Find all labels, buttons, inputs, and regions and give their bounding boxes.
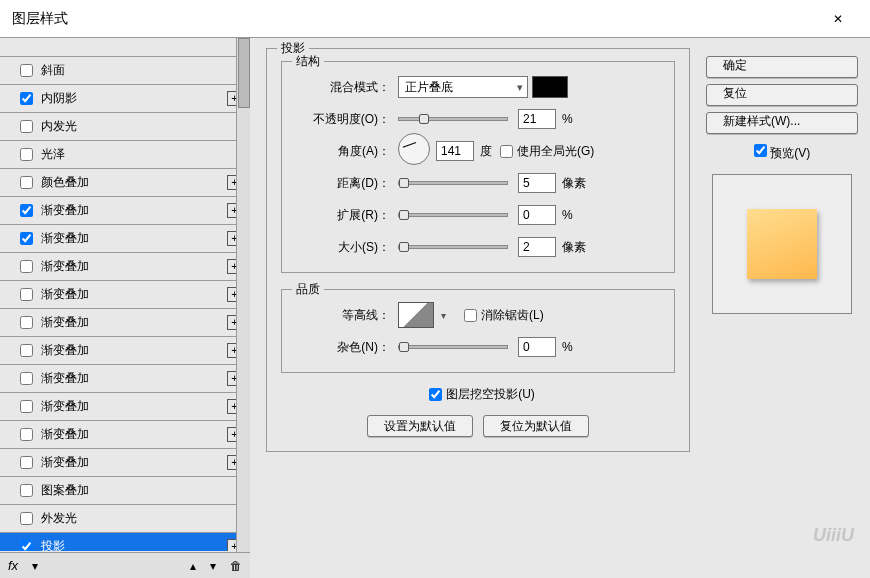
style-checkbox[interactable] bbox=[20, 484, 33, 497]
style-checkbox[interactable] bbox=[20, 176, 33, 189]
contour-picker[interactable] bbox=[398, 302, 434, 328]
preview-checkbox[interactable] bbox=[754, 144, 767, 157]
angle-dial[interactable] bbox=[398, 133, 430, 165]
spread-unit: % bbox=[562, 208, 573, 222]
style-checkbox[interactable] bbox=[20, 288, 33, 301]
size-label: 大小(S)： bbox=[296, 239, 390, 256]
style-label: 渐变叠加 bbox=[41, 426, 89, 443]
style-checkbox[interactable] bbox=[20, 344, 33, 357]
style-row[interactable]: 渐变叠加+ bbox=[0, 365, 250, 393]
knockout-label: 图层挖空投影(U) bbox=[446, 386, 535, 403]
slider-knob[interactable] bbox=[399, 342, 409, 352]
style-row[interactable]: 外发光 bbox=[0, 505, 250, 533]
style-checkbox[interactable] bbox=[20, 232, 33, 245]
fx-down-icon[interactable]: ▾ bbox=[210, 559, 216, 573]
style-checkbox[interactable] bbox=[20, 456, 33, 469]
style-checkbox[interactable] bbox=[20, 148, 33, 161]
style-row[interactable]: 渐变叠加+ bbox=[0, 197, 250, 225]
preview-label: 预览(V) bbox=[770, 146, 810, 160]
style-row[interactable]: 渐变叠加+ bbox=[0, 393, 250, 421]
style-label: 图案叠加 bbox=[41, 482, 89, 499]
quality-title: 品质 bbox=[292, 281, 324, 298]
style-checkbox[interactable] bbox=[20, 120, 33, 133]
style-row[interactable]: 内发光 bbox=[0, 113, 250, 141]
close-icon: ✕ bbox=[833, 12, 843, 26]
global-light-label: 使用全局光(G) bbox=[517, 143, 594, 160]
style-row[interactable]: 投影+ bbox=[0, 533, 250, 551]
global-light-checkbox[interactable] bbox=[500, 145, 513, 158]
distance-unit: 像素 bbox=[562, 175, 586, 192]
noise-slider[interactable] bbox=[398, 345, 508, 349]
style-row[interactable]: 渐变叠加+ bbox=[0, 421, 250, 449]
style-label: 渐变叠加 bbox=[41, 314, 89, 331]
style-row[interactable]: 图案叠加 bbox=[0, 477, 250, 505]
opacity-slider[interactable] bbox=[398, 117, 508, 121]
style-checkbox[interactable] bbox=[20, 64, 33, 77]
spread-label: 扩展(R)： bbox=[296, 207, 390, 224]
size-input[interactable]: 2 bbox=[518, 237, 556, 257]
blend-mode-field: 混合模式： 正片叠底 bbox=[296, 76, 660, 98]
style-row[interactable]: 光泽 bbox=[0, 141, 250, 169]
cancel-button[interactable]: 复位 bbox=[706, 84, 858, 106]
quality-subgroup: 品质 等高线： ▾ 消除锯齿(L) 杂色(N)： 0 % bbox=[281, 289, 675, 373]
size-slider[interactable] bbox=[398, 245, 508, 249]
style-checkbox[interactable] bbox=[20, 372, 33, 385]
shadow-color-swatch[interactable] bbox=[532, 76, 568, 98]
reset-default-button[interactable]: 复位为默认值 bbox=[483, 415, 589, 437]
distance-slider[interactable] bbox=[398, 181, 508, 185]
blend-mode-label: 混合模式： bbox=[296, 79, 390, 96]
slider-knob[interactable] bbox=[399, 178, 409, 188]
antialias-label: 消除锯齿(L) bbox=[481, 307, 544, 324]
structure-subgroup: 结构 混合模式： 正片叠底 不透明度(O)： 21 % 角度(A)： 141 bbox=[281, 61, 675, 273]
slider-knob[interactable] bbox=[419, 114, 429, 124]
ok-button[interactable]: 确定 bbox=[706, 56, 858, 78]
distance-input[interactable]: 5 bbox=[518, 173, 556, 193]
style-row[interactable]: 内阴影+ bbox=[0, 85, 250, 113]
blend-mode-select[interactable]: 正片叠底 bbox=[398, 76, 528, 98]
opacity-label: 不透明度(O)： bbox=[296, 111, 390, 128]
style-row[interactable]: 渐变叠加+ bbox=[0, 337, 250, 365]
style-checkbox[interactable] bbox=[20, 512, 33, 525]
structure-title: 结构 bbox=[292, 53, 324, 70]
style-row[interactable]: 渐变叠加+ bbox=[0, 281, 250, 309]
style-checkbox[interactable] bbox=[20, 400, 33, 413]
make-default-button[interactable]: 设置为默认值 bbox=[367, 415, 473, 437]
style-checkbox[interactable] bbox=[20, 540, 33, 551]
sidebar-scrollbar[interactable] bbox=[236, 38, 250, 552]
style-checkbox[interactable] bbox=[20, 428, 33, 441]
style-checkbox[interactable] bbox=[20, 260, 33, 273]
trash-icon[interactable]: 🗑 bbox=[230, 559, 242, 573]
slider-knob[interactable] bbox=[399, 242, 409, 252]
scrollbar-thumb[interactable] bbox=[238, 38, 250, 108]
style-row[interactable]: 渐变叠加+ bbox=[0, 449, 250, 477]
knockout-checkbox[interactable] bbox=[429, 388, 442, 401]
style-checkbox[interactable] bbox=[20, 92, 33, 105]
distance-label: 距离(D)： bbox=[296, 175, 390, 192]
slider-knob[interactable] bbox=[399, 210, 409, 220]
style-label: 内发光 bbox=[41, 118, 77, 135]
opacity-input[interactable]: 21 bbox=[518, 109, 556, 129]
watermark: UiiiU bbox=[813, 525, 854, 546]
new-style-button[interactable]: 新建样式(W)... bbox=[706, 112, 858, 134]
antialias-checkbox[interactable] bbox=[464, 309, 477, 322]
close-button[interactable]: ✕ bbox=[818, 0, 858, 38]
spread-field: 扩展(R)： 0 % bbox=[296, 204, 660, 226]
style-row[interactable]: 渐变叠加+ bbox=[0, 225, 250, 253]
style-row[interactable]: 颜色叠加+ bbox=[0, 169, 250, 197]
opacity-unit: % bbox=[562, 112, 573, 126]
style-row[interactable]: 渐变叠加+ bbox=[0, 309, 250, 337]
style-row[interactable]: 斜面 bbox=[0, 57, 250, 85]
spread-input[interactable]: 0 bbox=[518, 205, 556, 225]
window-title: 图层样式 bbox=[12, 10, 68, 28]
fx-up-icon[interactable]: ▴ bbox=[190, 559, 196, 573]
style-checkbox[interactable] bbox=[20, 316, 33, 329]
chevron-down-icon[interactable]: ▾ bbox=[438, 310, 448, 321]
fx-dropdown-icon[interactable]: ▾ bbox=[32, 559, 38, 573]
angle-input[interactable]: 141 bbox=[436, 141, 474, 161]
size-field: 大小(S)： 2 像素 bbox=[296, 236, 660, 258]
style-row[interactable]: 渐变叠加+ bbox=[0, 253, 250, 281]
noise-input[interactable]: 0 bbox=[518, 337, 556, 357]
spread-slider[interactable] bbox=[398, 213, 508, 217]
style-checkbox[interactable] bbox=[20, 204, 33, 217]
style-label: 渐变叠加 bbox=[41, 342, 89, 359]
